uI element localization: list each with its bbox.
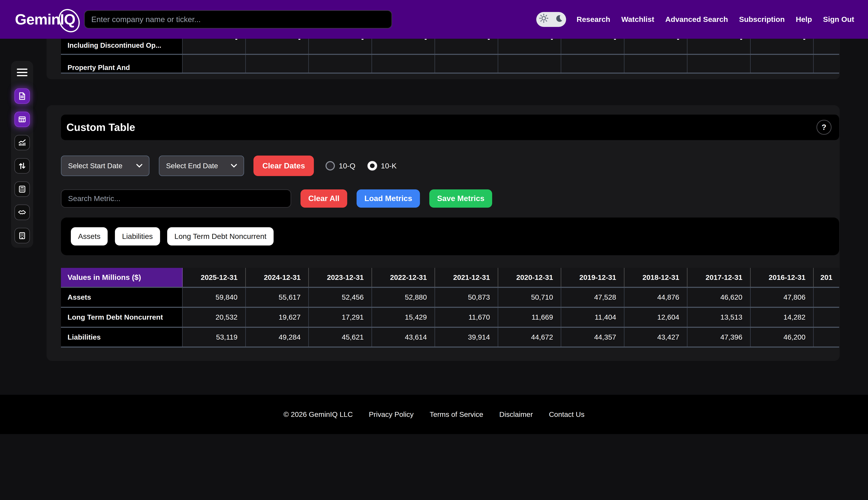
table-cell: 19,627 (246, 308, 309, 327)
radio-10-k-checked[interactable] (367, 161, 377, 170)
table-cell: 11,670 (435, 308, 498, 327)
nav-link-research[interactable]: Research (576, 15, 610, 24)
column-header-2022-12-31: 2022-12-31 (372, 268, 435, 287)
sidebar-menu-toggle hamburger-icon[interactable] (17, 69, 27, 76)
app-logo[interactable]: GeminIQ (15, 11, 75, 28)
table-cell: 17,291 (309, 308, 372, 327)
table-cell (814, 308, 839, 327)
column-header-2021-12-31: 2021-12-31 (435, 268, 498, 287)
column-header-2019-12-31: 2019-12-31 (561, 268, 625, 287)
chevron-down-icon (136, 164, 142, 168)
metric-controls-row: Clear All Load Metrics Save Metrics (61, 190, 839, 208)
footer-link-privacy-policy[interactable]: Privacy Policy (369, 410, 414, 419)
table-cell: 46,200 (751, 328, 814, 347)
table-cell (435, 55, 498, 72)
metric-chip-liabilities[interactable]: Liabilities (115, 227, 160, 246)
sidebar-item-handshake[interactable] (14, 205, 30, 220)
metric-search-input[interactable] (61, 190, 291, 208)
sort-arrows-icon (18, 161, 26, 170)
table-cell: 59,840 (183, 288, 246, 307)
column-header-2025-12-31: 2025-12-31 (183, 268, 246, 287)
table-cell (814, 328, 839, 347)
selected-metrics-chips: AssetsLiabilitiesLong Term Debt Noncurre… (61, 217, 839, 255)
table-cell: 55,617 (246, 288, 309, 307)
table-cell (246, 55, 309, 72)
column-header-2024-12-31: 2024-12-31 (246, 268, 309, 287)
radio-10-q[interactable] (326, 161, 335, 170)
chevron-down-icon (231, 164, 237, 168)
nav-link-watchlist[interactable]: Watchlist (621, 15, 654, 24)
end-date-select[interactable]: Select End Date (159, 156, 244, 176)
table-cell: 39,914 (435, 328, 498, 347)
load-metrics-button[interactable]: Load Metrics (357, 190, 420, 208)
company-search-input[interactable] (84, 10, 392, 29)
table-cell: 53,119 (183, 328, 246, 347)
nav-link-help[interactable]: Help (796, 15, 812, 24)
footer-link-disclaimer[interactable]: Disclaimer (499, 410, 533, 419)
metric-chip-assets[interactable]: Assets (71, 227, 107, 246)
footer-copyright: © 2026 GeminIQ LLC (284, 410, 353, 419)
sidebar-item-sort[interactable] (14, 158, 30, 174)
custom-data-table: Values in Millions ($)2025-12-312024-12-… (61, 268, 839, 348)
clear-all-button[interactable]: Clear All (300, 190, 347, 208)
page-title: Custom Table (67, 121, 135, 133)
chart-icon (18, 138, 26, 147)
footer-link-contact-us[interactable]: Contact Us (549, 410, 584, 419)
row-label: Assets (61, 288, 183, 307)
table-cell (814, 288, 839, 307)
sidebar-item-table[interactable] (14, 112, 30, 127)
table-cell: 43,427 (625, 328, 688, 347)
table-cell: 15,429 (372, 308, 435, 327)
radio-option-10-q[interactable]: 10-Q (326, 161, 355, 170)
start-date-select-label: Select Start Date (68, 162, 122, 170)
theme-toggle[interactable] (536, 12, 566, 27)
table-cell: 20,532 (183, 308, 246, 327)
logo-orbit-icon (55, 5, 84, 36)
sidebar-item-building[interactable] (14, 228, 30, 243)
table-cell (183, 55, 246, 72)
column-header-2016-12-31: 2016-12-31 (751, 268, 814, 287)
row-label: Liabilities (61, 328, 183, 347)
column-header-201: 201 (814, 268, 839, 287)
table-cell: 47,528 (561, 288, 625, 307)
table-cell (625, 55, 688, 72)
clear-dates-button[interactable]: Clear Dates (253, 156, 314, 176)
help-button[interactable]: ? (816, 120, 831, 135)
footer-link-terms-of-service[interactable]: Terms of Service (430, 410, 483, 419)
table-row-assets: Assets59,84055,61752,45652,88050,87350,7… (61, 288, 839, 308)
table-cell (751, 55, 814, 72)
table-cell: 45,621 (309, 328, 372, 347)
radio-option-10-k[interactable]: 10-K (367, 161, 397, 170)
table-cell: 44,357 (561, 328, 625, 347)
table-cell: 11,669 (498, 308, 561, 327)
table-cell: 46,620 (687, 288, 751, 307)
table-cell: 44,876 (625, 288, 688, 307)
table-cell (372, 55, 435, 72)
table-cell (309, 55, 372, 72)
sidebar-item-document[interactable] (14, 88, 30, 104)
nav-link-sign-out[interactable]: Sign Out (823, 15, 854, 24)
table-cell: 50,710 (498, 288, 561, 307)
column-header-2017-12-31: 2017-12-31 (687, 268, 751, 287)
start-date-select[interactable]: Select Start Date (61, 156, 149, 176)
table-cell: 43,614 (372, 328, 435, 347)
date-controls-row: Select Start Date Select End Date Clear … (61, 156, 839, 176)
column-header-2020-12-31: 2020-12-31 (498, 268, 561, 287)
column-header-2018-12-31: 2018-12-31 (625, 268, 688, 287)
radio-label: 10-Q (339, 162, 355, 170)
sidebar-item-chart[interactable] (14, 135, 30, 150)
table-cell: 52,880 (372, 288, 435, 307)
building-icon (18, 231, 26, 240)
nav-link-advanced-search[interactable]: Advanced Search (665, 15, 728, 24)
save-metrics-button[interactable]: Save Metrics (429, 190, 492, 208)
metric-chip-long-term-debt-noncurrent[interactable]: Long Term Debt Noncurrent (167, 227, 274, 246)
sidebar-item-calculator[interactable] (14, 181, 30, 197)
table-cell: 11,404 (561, 308, 625, 327)
radio-label: 10-K (381, 162, 397, 170)
nav-link-subscription[interactable]: Subscription (739, 15, 785, 24)
calculator-icon (18, 185, 26, 194)
custom-table-header: Custom Table ? (61, 115, 839, 140)
table-cell: 12,604 (625, 308, 688, 327)
handshake-icon (18, 208, 26, 217)
table-cell: 44,672 (498, 328, 561, 347)
